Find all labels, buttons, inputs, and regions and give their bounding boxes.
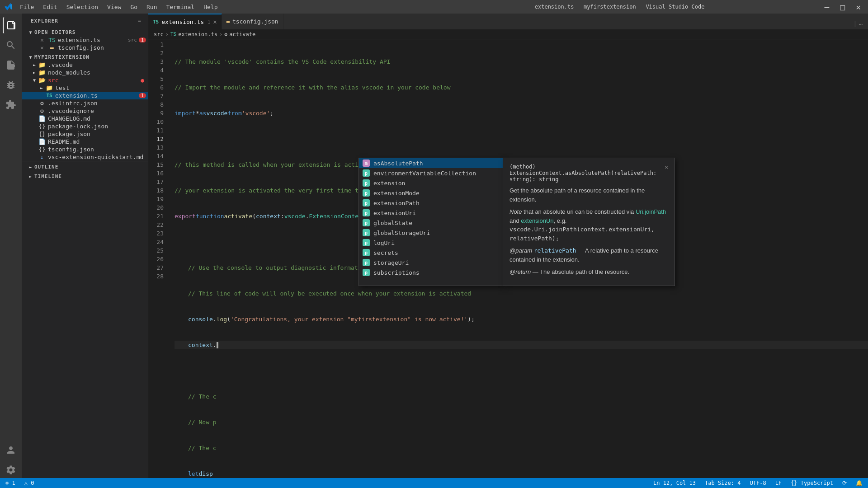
node-modules-label: node_modules bbox=[48, 69, 148, 76]
breadcrumb-file[interactable]: extension.ts bbox=[178, 31, 217, 38]
autocomplete-label-5: extensionUri bbox=[373, 210, 416, 216]
status-tab-size[interactable]: Tab Size: 4 bbox=[703, 478, 742, 488]
status-right: Ln 12, Col 13 Tab Size: 4 UTF-8 LF {} Ty… bbox=[651, 478, 864, 488]
detail-param: @param relativePath — A relative path to… bbox=[509, 246, 668, 264]
outline-chevron: ► bbox=[27, 164, 34, 169]
file-readme[interactable]: 📄 README.md bbox=[22, 138, 148, 145]
status-position[interactable]: Ln 12, Col 13 bbox=[651, 478, 698, 488]
autocomplete-item-2[interactable]: p extension bbox=[359, 178, 503, 188]
file-changelog[interactable]: 📄 CHANGELOG.md bbox=[22, 115, 148, 122]
breadcrumb-src[interactable]: src bbox=[154, 31, 164, 38]
activity-settings[interactable] bbox=[3, 462, 19, 478]
menu-view[interactable]: View bbox=[104, 3, 125, 11]
test-icon: 📁 bbox=[45, 84, 53, 91]
tab-extension-ts[interactable]: TS extension.ts 1 ✕ bbox=[148, 14, 222, 29]
menu-go[interactable]: Go bbox=[127, 3, 141, 11]
new-file-button[interactable]: ⋯ bbox=[137, 17, 142, 25]
package-label: package.json bbox=[48, 131, 148, 137]
activity-run[interactable] bbox=[3, 77, 19, 93]
file-quickstart[interactable]: ↓ vsc-extension-quickstart.md bbox=[22, 153, 148, 161]
autocomplete-item-0[interactable]: m asAbsolutePath bbox=[359, 158, 503, 168]
file-package-lock[interactable]: {} package-lock.json bbox=[22, 122, 148, 130]
autocomplete-label-11: subscriptions bbox=[373, 269, 420, 276]
file-eslintrc[interactable]: ⚙ .eslintrc.json bbox=[22, 99, 148, 107]
status-errors[interactable]: ⊗ 1 bbox=[4, 478, 17, 488]
folder-icon: 📁 bbox=[38, 61, 46, 68]
tab-actions: ⎹ ⋯ bbox=[848, 19, 868, 29]
file-tsconfig[interactable]: {} tsconfig.json bbox=[22, 145, 148, 153]
outline-header[interactable]: ► OUTLINE bbox=[22, 161, 148, 171]
activity-explorer[interactable] bbox=[3, 17, 19, 33]
project-section: ▼ MYFIRSTEXTENSION ► 📁 .vscode ► 📁 node_… bbox=[22, 52, 148, 161]
status-bell[interactable]: 🔔 bbox=[854, 478, 864, 488]
project-header[interactable]: ▼ MYFIRSTEXTENSION bbox=[22, 52, 148, 61]
file-package[interactable]: {} package.json bbox=[22, 130, 148, 138]
tab-tsconfig[interactable]: ▬ tsconfig.json bbox=[222, 14, 283, 29]
spacer5 bbox=[31, 124, 38, 129]
autocomplete-item-10[interactable]: p storageUri bbox=[359, 258, 503, 267]
autocomplete-item-1[interactable]: p environmentVariableCollection bbox=[359, 168, 503, 178]
activity-extensions[interactable] bbox=[3, 97, 19, 113]
folder-node-modules[interactable]: ► 📁 node_modules bbox=[22, 69, 148, 76]
breadcrumb-fn-icon: ⚙ bbox=[224, 31, 227, 38]
split-editor-button[interactable]: ⎹ bbox=[848, 19, 857, 29]
detail-close-button[interactable]: ✕ bbox=[665, 164, 668, 170]
open-editors-header[interactable]: ▼ OPEN EDITORS bbox=[22, 27, 148, 36]
close-icon[interactable]: ✕ bbox=[38, 37, 46, 43]
open-editor-tsconfig[interactable]: ✕ ▬ tsconfig.json bbox=[22, 44, 148, 52]
menu-run[interactable]: Run bbox=[143, 3, 160, 11]
menu-help[interactable]: Help bbox=[200, 3, 221, 11]
status-sync[interactable]: ⟳ bbox=[840, 478, 849, 488]
autocomplete-label-0: asAbsolutePath bbox=[373, 160, 423, 167]
activity-source-control[interactable] bbox=[3, 57, 19, 73]
menu-edit[interactable]: Edit bbox=[39, 3, 61, 11]
autocomplete-item-6[interactable]: p globalState bbox=[359, 218, 503, 228]
status-language[interactable]: {} TypeScript bbox=[789, 478, 835, 488]
folder-icon2: 📁 bbox=[38, 69, 46, 76]
autocomplete-item-11[interactable]: p subscriptions bbox=[359, 267, 503, 277]
test-label: test bbox=[55, 84, 148, 91]
open-editor-extension-ts[interactable]: ✕ TS extension.ts src 1 bbox=[22, 36, 148, 44]
status-line-ending[interactable]: LF bbox=[774, 478, 783, 488]
activity-search[interactable] bbox=[3, 37, 19, 53]
menu-selection[interactable]: Selection bbox=[63, 3, 102, 11]
folder-test[interactable]: ► 📁 test bbox=[22, 84, 148, 92]
autocomplete-item-4[interactable]: p extensionPath bbox=[359, 198, 503, 208]
menu-file[interactable]: File bbox=[16, 3, 38, 11]
vscodeignore-icon: ⚙ bbox=[38, 108, 46, 114]
file-extension-ts[interactable]: TS extension.ts 1 bbox=[22, 92, 148, 99]
autocomplete-item-5[interactable]: p extensionUri bbox=[359, 208, 503, 218]
folder-vscode[interactable]: ► 📁 .vscode bbox=[22, 61, 148, 69]
prop-icon-11: p bbox=[363, 269, 370, 276]
pkglock-icon: {} bbox=[38, 123, 46, 130]
status-left: ⊗ 1 △ 0 bbox=[4, 478, 36, 488]
activity-accounts[interactable] bbox=[3, 442, 19, 458]
close-button[interactable]: ✕ bbox=[852, 2, 864, 12]
ts-icon: TS bbox=[48, 37, 56, 43]
minimize-button[interactable]: ‒ bbox=[821, 2, 833, 12]
maximize-button[interactable]: □ bbox=[836, 2, 849, 12]
tab-close-extension-ts[interactable]: ✕ bbox=[213, 18, 217, 25]
spacer7 bbox=[31, 139, 38, 144]
autocomplete-container: m asAbsolutePath p environmentVariableCo… bbox=[359, 158, 675, 286]
autocomplete-item-8[interactable]: p logUri bbox=[359, 238, 503, 248]
status-encoding[interactable]: UTF-8 bbox=[748, 478, 768, 488]
menu-terminal[interactable]: Terminal bbox=[163, 3, 198, 11]
status-warnings[interactable]: △ 0 bbox=[23, 478, 36, 488]
ts-file-icon: TS bbox=[45, 93, 53, 99]
timeline-header[interactable]: ► TIMELINE bbox=[22, 171, 148, 180]
autocomplete-item-9[interactable]: p secrets bbox=[359, 248, 503, 258]
window-controls: ‒ □ ✕ bbox=[821, 2, 864, 12]
file-vscodeignore[interactable]: ⚙ .vscodeignore bbox=[22, 107, 148, 115]
more-actions-button[interactable]: ⋯ bbox=[857, 19, 864, 29]
autocomplete-item-3[interactable]: p extensionMode bbox=[359, 188, 503, 198]
autocomplete-item-7[interactable]: p globalStorageUri bbox=[359, 228, 503, 238]
folder-src[interactable]: ▼ 📂 src ● bbox=[22, 76, 148, 84]
breadcrumb-fn[interactable]: activate bbox=[229, 31, 255, 38]
spacer1 bbox=[38, 93, 45, 98]
src-label: src bbox=[48, 77, 141, 84]
outline-label: OUTLINE bbox=[34, 164, 58, 170]
close-icon2[interactable]: ✕ bbox=[38, 44, 46, 51]
code-editor[interactable]: 1234 5678 9101112 13141516 17181920 2122… bbox=[148, 39, 868, 478]
autocomplete-label-3: extensionMode bbox=[373, 190, 420, 197]
